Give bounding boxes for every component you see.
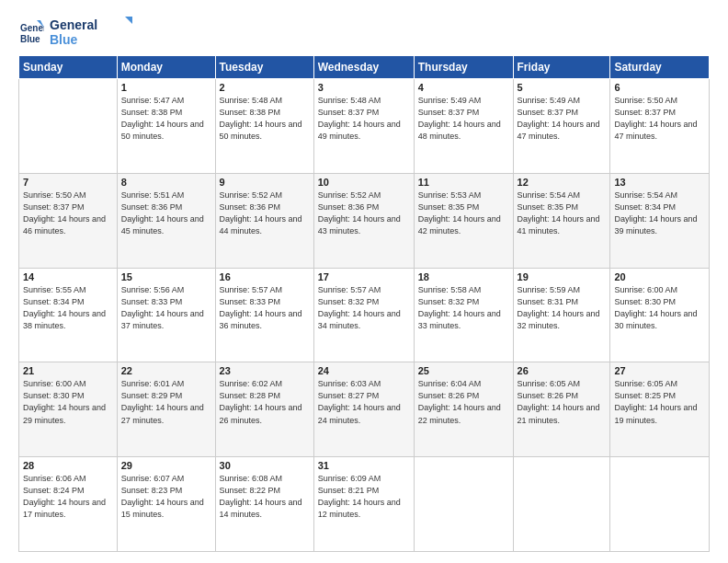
day-number: 30 [220,460,310,471]
day-info: Sunrise: 5:52 AM Sunset: 8:36 PM Dayligh… [220,190,310,237]
day-info: Sunrise: 6:00 AM Sunset: 8:30 PM Dayligh… [614,284,705,332]
day-info: Sunrise: 6:02 AM Sunset: 8:28 PM Dayligh… [220,378,310,426]
day-info: Sunrise: 5:47 AM Sunset: 8:38 PM Dayligh… [121,95,211,143]
day-info: Sunrise: 5:48 AM Sunset: 8:37 PM Dayligh… [318,95,410,143]
day-cell: 13Sunrise: 5:54 AM Sunset: 8:34 PM Dayli… [610,173,710,268]
day-number: 18 [418,271,509,282]
day-cell: 7Sunrise: 5:50 AM Sunset: 8:37 PM Daylig… [19,173,118,268]
day-info: Sunrise: 5:49 AM Sunset: 8:37 PM Dayligh… [418,95,509,143]
day-number: 23 [220,365,310,376]
day-cell: 6Sunrise: 5:50 AM Sunset: 8:37 PM Daylig… [610,79,710,174]
day-number: 6 [614,82,705,93]
day-header-wednesday: Wednesday [313,56,414,79]
day-number: 31 [318,460,410,471]
day-cell: 12Sunrise: 5:54 AM Sunset: 8:35 PM Dayli… [513,173,610,268]
day-info: Sunrise: 5:56 AM Sunset: 8:33 PM Dayligh… [121,284,211,332]
svg-text:Blue: Blue [50,32,78,47]
day-cell [414,457,513,552]
day-number: 26 [518,365,607,376]
day-header-tuesday: Tuesday [215,56,313,79]
day-info: Sunrise: 5:55 AM Sunset: 8:34 PM Dayligh… [23,284,113,332]
day-header-monday: Monday [117,56,215,79]
day-info: Sunrise: 6:07 AM Sunset: 8:23 PM Dayligh… [121,473,211,521]
day-info: Sunrise: 5:57 AM Sunset: 8:33 PM Dayligh… [220,284,310,332]
week-row-2: 14Sunrise: 5:55 AM Sunset: 8:34 PM Dayli… [19,268,710,362]
svg-text:General: General [50,17,97,32]
day-number: 12 [518,177,607,188]
day-cell: 18Sunrise: 5:58 AM Sunset: 8:32 PM Dayli… [414,268,513,362]
day-number: 15 [121,271,211,282]
day-cell: 26Sunrise: 6:05 AM Sunset: 8:26 PM Dayli… [513,362,610,457]
day-cell: 25Sunrise: 6:04 AM Sunset: 8:26 PM Dayli… [414,362,513,457]
svg-text:General: General [20,23,44,33]
day-info: Sunrise: 5:51 AM Sunset: 8:36 PM Dayligh… [121,190,211,237]
day-number: 13 [614,177,705,188]
day-number: 7 [23,177,113,188]
day-info: Sunrise: 6:09 AM Sunset: 8:21 PM Dayligh… [318,473,410,521]
day-cell [513,457,610,552]
day-number: 29 [121,460,211,471]
logo-icon: General Blue [18,18,44,44]
day-info: Sunrise: 5:49 AM Sunset: 8:37 PM Dayligh… [518,95,607,143]
day-cell: 29Sunrise: 6:07 AM Sunset: 8:23 PM Dayli… [117,457,215,552]
day-cell: 17Sunrise: 5:57 AM Sunset: 8:32 PM Dayli… [313,268,414,362]
day-number: 2 [220,82,310,93]
week-row-0: 1Sunrise: 5:47 AM Sunset: 8:38 PM Daylig… [19,79,710,174]
day-info: Sunrise: 5:50 AM Sunset: 8:37 PM Dayligh… [614,95,705,143]
day-number: 3 [318,82,410,93]
day-cell: 3Sunrise: 5:48 AM Sunset: 8:37 PM Daylig… [313,79,414,174]
day-info: Sunrise: 5:48 AM Sunset: 8:38 PM Dayligh… [220,95,310,143]
day-cell [19,79,118,174]
day-number: 17 [318,271,410,282]
day-number: 1 [121,82,211,93]
day-number: 5 [518,82,607,93]
day-number: 19 [518,271,607,282]
days-header-row: SundayMondayTuesdayWednesdayThursdayFrid… [19,56,710,79]
day-info: Sunrise: 6:05 AM Sunset: 8:25 PM Dayligh… [614,378,705,426]
week-row-1: 7Sunrise: 5:50 AM Sunset: 8:37 PM Daylig… [19,173,710,268]
day-cell [610,457,710,552]
day-number: 4 [418,82,509,93]
day-info: Sunrise: 6:04 AM Sunset: 8:26 PM Dayligh… [418,378,509,426]
day-info: Sunrise: 6:06 AM Sunset: 8:24 PM Dayligh… [23,473,113,521]
svg-marker-5 [125,17,132,24]
day-cell: 2Sunrise: 5:48 AM Sunset: 8:38 PM Daylig… [215,79,313,174]
header: General Blue General Blue [18,15,710,48]
day-cell: 16Sunrise: 5:57 AM Sunset: 8:33 PM Dayli… [215,268,313,362]
day-info: Sunrise: 6:08 AM Sunset: 8:22 PM Dayligh… [220,473,310,521]
day-cell: 30Sunrise: 6:08 AM Sunset: 8:22 PM Dayli… [215,457,313,552]
day-info: Sunrise: 6:01 AM Sunset: 8:29 PM Dayligh… [121,378,211,426]
day-info: Sunrise: 5:54 AM Sunset: 8:34 PM Dayligh… [614,190,705,237]
day-number: 28 [23,460,113,471]
day-cell: 27Sunrise: 6:05 AM Sunset: 8:25 PM Dayli… [610,362,710,457]
week-row-4: 28Sunrise: 6:06 AM Sunset: 8:24 PM Dayli… [19,457,710,552]
day-cell: 21Sunrise: 6:00 AM Sunset: 8:30 PM Dayli… [19,362,118,457]
logo: General Blue General Blue [18,15,132,48]
day-info: Sunrise: 5:57 AM Sunset: 8:32 PM Dayligh… [318,284,410,332]
day-number: 22 [121,365,211,376]
calendar-page: General Blue General Blue SundayMondayTu… [0,0,728,563]
day-cell: 31Sunrise: 6:09 AM Sunset: 8:21 PM Dayli… [313,457,414,552]
day-header-sunday: Sunday [19,56,118,79]
day-number: 21 [23,365,113,376]
day-number: 25 [418,365,509,376]
svg-text:Blue: Blue [20,34,40,44]
day-info: Sunrise: 5:50 AM Sunset: 8:37 PM Dayligh… [23,190,113,237]
day-cell: 4Sunrise: 5:49 AM Sunset: 8:37 PM Daylig… [414,79,513,174]
day-info: Sunrise: 6:03 AM Sunset: 8:27 PM Dayligh… [318,378,410,426]
day-header-thursday: Thursday [414,56,513,79]
day-number: 8 [121,177,211,188]
day-cell: 8Sunrise: 5:51 AM Sunset: 8:36 PM Daylig… [117,173,215,268]
day-cell: 28Sunrise: 6:06 AM Sunset: 8:24 PM Dayli… [19,457,118,552]
day-info: Sunrise: 5:59 AM Sunset: 8:31 PM Dayligh… [518,284,607,332]
day-number: 14 [23,271,113,282]
day-number: 11 [418,177,509,188]
day-cell: 9Sunrise: 5:52 AM Sunset: 8:36 PM Daylig… [215,173,313,268]
day-info: Sunrise: 5:54 AM Sunset: 8:35 PM Dayligh… [518,190,607,237]
day-number: 10 [318,177,410,188]
day-cell: 22Sunrise: 6:01 AM Sunset: 8:29 PM Dayli… [117,362,215,457]
day-header-friday: Friday [513,56,610,79]
day-cell: 24Sunrise: 6:03 AM Sunset: 8:27 PM Dayli… [313,362,414,457]
day-cell: 1Sunrise: 5:47 AM Sunset: 8:38 PM Daylig… [117,79,215,174]
calendar-table: SundayMondayTuesdayWednesdayThursdayFrid… [18,55,710,552]
